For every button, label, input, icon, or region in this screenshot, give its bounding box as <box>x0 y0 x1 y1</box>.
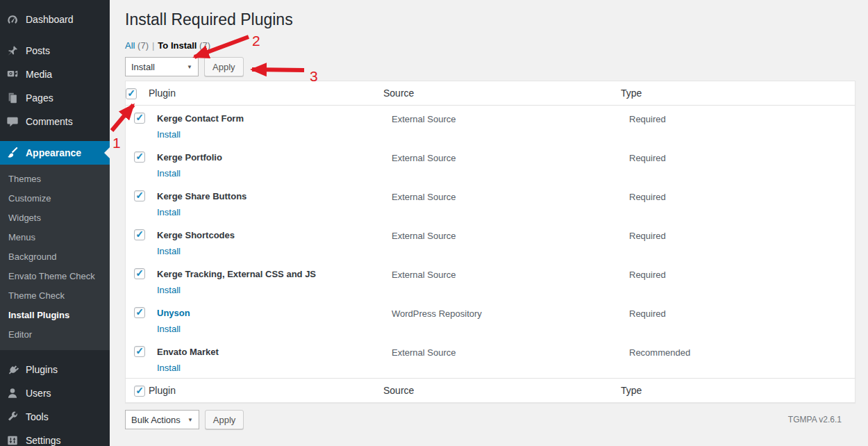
filter-to-install-label: To Install <box>158 40 197 51</box>
row-checkbox[interactable]: ✓ <box>134 190 145 201</box>
apply-button-bottom[interactable]: Apply <box>205 410 244 429</box>
sidebar-item-comments[interactable]: Comments <box>0 110 110 133</box>
check-icon: ✓ <box>135 113 144 122</box>
install-link[interactable]: Install <box>157 285 181 295</box>
submenu-item-envato-theme-check[interactable]: Envato Theme Check <box>0 267 110 286</box>
filter-to-install-count: (7) <box>199 40 210 51</box>
plugin-source: WordPress Repository <box>383 300 621 339</box>
apply-button-top[interactable]: Apply <box>204 57 244 76</box>
bulk-action-select-top[interactable]: Install ▼ <box>125 57 199 76</box>
submenu-item-background[interactable]: Background <box>0 247 110 267</box>
table-header-row: ✓ Plugin Source Type <box>126 81 855 106</box>
plugin-source: External Source <box>383 106 621 144</box>
sidebar-item-plugins[interactable]: Plugins <box>0 358 110 381</box>
pin-icon <box>6 44 19 58</box>
column-footer-plugin[interactable]: Plugin <box>149 378 383 402</box>
submenu-item-menus[interactable]: Menus <box>0 228 110 247</box>
sidebar-item-media[interactable]: Media <box>0 63 110 86</box>
filter-divider: | <box>152 40 154 51</box>
table-row: ✓Kerge ShortcodesInstallExternal SourceR… <box>126 222 855 261</box>
chevron-down-icon: ▼ <box>187 417 193 423</box>
row-checkbox[interactable]: ✓ <box>134 346 145 357</box>
install-link[interactable]: Install <box>157 129 181 140</box>
wrench-icon <box>6 410 19 424</box>
row-checkbox[interactable]: ✓ <box>134 151 145 163</box>
row-checkbox[interactable]: ✓ <box>134 229 145 240</box>
sidebar-item-settings[interactable]: Settings <box>0 429 110 446</box>
plug-icon <box>6 363 19 377</box>
plugin-name: Kerge Tracking, External CSS and JS <box>157 269 383 279</box>
row-checkbox[interactable]: ✓ <box>134 113 145 124</box>
bulk-action-select-bottom[interactable]: Bulk Actions ▼ <box>125 410 199 429</box>
admin-sidebar: DashboardPostsMediaPagesCommentsAppearan… <box>0 0 110 446</box>
plugin-name[interactable]: Unyson <box>157 308 383 318</box>
plugin-name: Kerge Portfolio <box>157 152 383 163</box>
submenu-item-install-plugins[interactable]: Install Plugins <box>0 306 110 325</box>
row-checkbox[interactable]: ✓ <box>134 307 145 318</box>
plugin-type: Required <box>621 106 855 144</box>
row-checkbox[interactable]: ✓ <box>134 268 145 279</box>
check-icon: ✓ <box>127 88 135 98</box>
appearance-submenu: ThemesCustomizeWidgetsMenusBackgroundEnv… <box>0 165 110 350</box>
menu-separator <box>0 31 110 39</box>
table-row: ✓Kerge Share ButtonsInstallExternal Sour… <box>126 183 855 222</box>
plugin-name: Kerge Share Buttons <box>157 191 383 201</box>
sidebar-item-label: Settings <box>26 435 61 446</box>
column-header-type[interactable]: Type <box>621 81 855 106</box>
table-row: ✓UnysonInstallWordPress RepositoryRequir… <box>126 300 855 339</box>
sidebar-item-pages[interactable]: Pages <box>0 86 110 110</box>
select-all-checkbox-bottom[interactable]: ✓ <box>134 386 145 397</box>
settings-icon <box>6 433 19 446</box>
chevron-down-icon: ▼ <box>187 64 192 70</box>
tablenav-bottom: Bulk Actions ▼ Apply TGMPA v2.6.1 <box>125 410 856 429</box>
bulk-action-select-top-value: Install <box>131 62 155 72</box>
sidebar-item-label: Comments <box>26 116 73 127</box>
plugin-type: Required <box>621 222 855 261</box>
submenu-item-theme-check[interactable]: Theme Check <box>0 286 110 306</box>
sidebar-item-label: Pages <box>26 92 53 104</box>
column-footer-type[interactable]: Type <box>621 378 855 402</box>
submenu-item-widgets[interactable]: Widgets <box>0 208 110 228</box>
sidebar-item-posts[interactable]: Posts <box>0 39 110 63</box>
sidebar-item-label: Plugins <box>26 364 58 375</box>
install-link[interactable]: Install <box>157 363 181 373</box>
media-icon <box>6 67 19 81</box>
plugins-table: ✓ Plugin Source Type ✓Kerge Contact Form… <box>125 81 856 403</box>
tgmpa-version-label: TGMPA v2.6.1 <box>788 415 856 424</box>
filter-all-label: All <box>125 40 135 51</box>
sidebar-item-appearance[interactable]: Appearance <box>0 141 110 165</box>
filter-all-link[interactable]: All (7) <box>125 40 149 51</box>
plugin-name: Envato Market <box>157 347 383 357</box>
sidebar-item-users[interactable]: Users <box>0 381 110 405</box>
sidebar-item-label: Posts <box>26 45 50 56</box>
column-footer-source[interactable]: Source <box>383 378 621 402</box>
table-row: ✓Kerge PortfolioInstallExternal SourceRe… <box>126 144 855 183</box>
table-footer-row: ✓ Plugin Source Type <box>126 378 855 402</box>
sidebar-item-label: Users <box>26 388 51 399</box>
plugin-name: Kerge Contact Form <box>157 113 383 124</box>
select-all-checkbox[interactable]: ✓ <box>126 88 137 99</box>
install-link[interactable]: Install <box>157 324 181 334</box>
sidebar-item-tools[interactable]: Tools <box>0 405 110 429</box>
plugin-source: External Source <box>383 339 621 378</box>
bulk-action-select-bottom-value: Bulk Actions <box>131 415 181 425</box>
sidebar-item-label: Dashboard <box>26 14 74 25</box>
check-icon: ✓ <box>135 151 144 161</box>
column-header-plugin[interactable]: Plugin <box>149 81 383 106</box>
column-header-source[interactable]: Source <box>383 81 621 106</box>
install-link[interactable]: Install <box>157 168 181 179</box>
install-link[interactable]: Install <box>157 207 181 217</box>
table-row: ✓Envato MarketInstallExternal SourceReco… <box>126 339 855 378</box>
submenu-item-themes[interactable]: Themes <box>0 170 110 189</box>
filter-to-install-current[interactable]: To Install (7) <box>158 40 210 51</box>
check-icon: ✓ <box>135 307 144 317</box>
plugin-source: External Source <box>383 222 621 261</box>
submenu-item-customize[interactable]: Customize <box>0 189 110 208</box>
sidebar-item-dashboard[interactable]: Dashboard <box>0 8 110 31</box>
plugin-name: Kerge Shortcodes <box>157 230 383 240</box>
submenu-item-editor[interactable]: Editor <box>0 325 110 345</box>
tablenav-top: Install ▼ Apply <box>125 57 856 76</box>
plugin-type: Required <box>621 144 855 183</box>
install-link[interactable]: Install <box>157 246 181 256</box>
check-icon: ✓ <box>135 190 144 200</box>
